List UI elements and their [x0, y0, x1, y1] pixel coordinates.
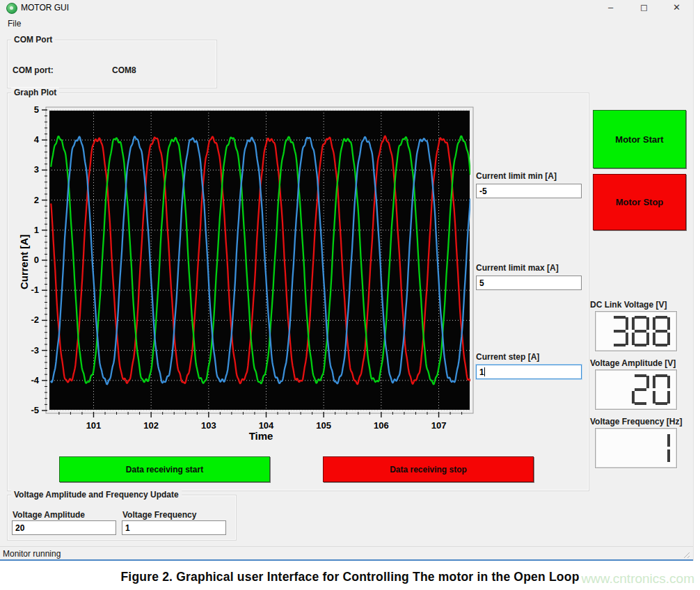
svg-text:0: 0: [34, 255, 39, 265]
minimize-button[interactable]: –: [595, 0, 626, 15]
menu-bar: File: [0, 17, 693, 31]
current-limit-max-label: Current limit max [A]: [476, 263, 559, 273]
svg-text:-4: -4: [31, 375, 39, 385]
voltage-update-group: Voltage Amplitude and Frequency Update V…: [7, 495, 237, 541]
voltage-frequency-display-label: Voltage Frequency [Hz]: [590, 417, 682, 426]
resize-grip[interactable]: [683, 551, 691, 559]
y-axis-title: Current [A]: [18, 207, 30, 318]
current-limit-min-label: Current limit min [A]: [476, 171, 557, 181]
menu-file[interactable]: File: [5, 18, 24, 29]
dc-link-voltage-label: DC Link Voltage [V]: [590, 300, 667, 310]
voltage-amplitude-display-label: Voltage Amplitude [V]: [590, 358, 676, 368]
x-axis-title: Time: [195, 430, 327, 442]
waveform-plot: 101102103104105106107-5-4-3-2-1012345: [17, 104, 476, 452]
status-text: Monitor running: [3, 549, 61, 559]
voltage-frequency-input-label: Voltage Frequency: [122, 510, 196, 520]
figure-caption: Figure 2. Graphical user Interface for C…: [0, 570, 700, 584]
voltage-update-group-label: Voltage Amplitude and Frequency Update: [11, 490, 182, 500]
voltage-frequency-display: [595, 428, 677, 468]
window-bottom-accent: [0, 559, 693, 561]
app-icon: [6, 3, 17, 14]
motor-stop-button[interactable]: Motor Stop: [593, 174, 686, 230]
svg-text:4: 4: [34, 134, 40, 145]
svg-text:105: 105: [316, 420, 331, 431]
svg-text:101: 101: [86, 420, 102, 431]
svg-text:-5: -5: [31, 405, 39, 415]
graph-plot-group-label: Graph Plot: [11, 88, 59, 97]
svg-text:5: 5: [34, 104, 39, 115]
svg-text:107: 107: [431, 420, 447, 431]
com-port-group: COM Port COM port: COM8: [7, 40, 217, 88]
text-cursor: [484, 367, 485, 376]
dc-link-voltage-display: [595, 311, 677, 351]
data-receiving-stop-button[interactable]: Data receiving stop: [323, 456, 534, 482]
data-receiving-start-button[interactable]: Data receiving start: [59, 456, 270, 482]
voltage-amplitude-display: [595, 369, 677, 410]
svg-text:1: 1: [34, 225, 39, 235]
svg-text:106: 106: [374, 420, 389, 431]
screenshot-root: MOTOR GUI – ◻ ✕ File COM Port COM port: …: [0, 0, 700, 590]
voltage-frequency-input[interactable]: [122, 520, 226, 535]
current-limit-max-input[interactable]: [476, 276, 582, 290]
current-step-input[interactable]: [476, 365, 582, 379]
maximize-button[interactable]: ◻: [628, 0, 660, 15]
voltage-amplitude-input-label: Voltage Amplitude: [13, 510, 85, 520]
svg-text:102: 102: [143, 420, 159, 431]
svg-text:-1: -1: [31, 285, 39, 295]
svg-text:-2: -2: [31, 314, 39, 325]
caption-area: www.cntronics.com Figure 2. Graphical us…: [0, 562, 700, 590]
svg-text:104: 104: [259, 420, 274, 431]
svg-text:3: 3: [34, 164, 39, 175]
current-step-label: Current step [A]: [476, 352, 539, 362]
title-bar: MOTOR GUI – ◻ ✕: [0, 0, 693, 15]
window-title: MOTOR GUI: [21, 3, 69, 13]
svg-text:103: 103: [201, 420, 216, 431]
svg-text:-3: -3: [31, 345, 39, 356]
voltage-amplitude-input[interactable]: [12, 520, 116, 535]
close-button[interactable]: ✕: [661, 0, 692, 15]
com-port-group-label: COM Port: [11, 35, 55, 45]
svg-text:2: 2: [34, 195, 39, 205]
motor-gui-window: MOTOR GUI – ◻ ✕ File COM Port COM port: …: [0, 0, 694, 561]
com-port-value: COM8: [112, 65, 136, 75]
status-bar: Monitor running: [0, 546, 693, 561]
current-limit-min-input[interactable]: [476, 184, 582, 198]
motor-start-button[interactable]: Motor Start: [593, 110, 686, 168]
com-port-label: COM port:: [13, 65, 54, 75]
